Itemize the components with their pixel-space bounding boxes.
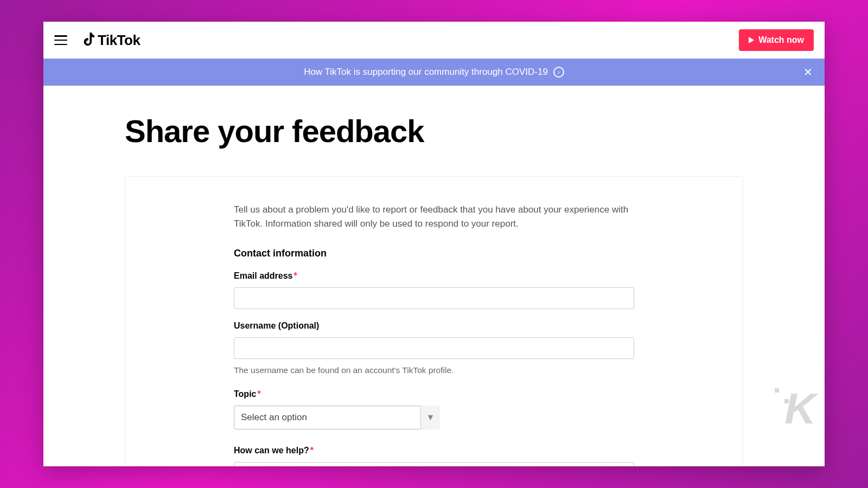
feedback-form-card: Tell us about a problem you'd like to re…: [125, 176, 743, 466]
banner-close-icon[interactable]: ✕: [803, 66, 813, 79]
topic-label: Topic*: [234, 389, 634, 399]
topic-select[interactable]: Select an option: [234, 406, 440, 429]
tiktok-logo[interactable]: TikTok: [82, 32, 140, 49]
watch-now-label: Watch now: [758, 35, 804, 45]
logo-text: TikTok: [98, 32, 140, 49]
tiktok-note-icon: [82, 33, 95, 48]
username-label: Username (Optional): [234, 321, 634, 331]
app-window: TikTok Watch now How TikTok is supportin…: [43, 22, 825, 466]
topbar: TikTok Watch now: [43, 22, 825, 59]
intro-text: Tell us about a problem you'd like to re…: [234, 203, 634, 232]
circle-arrow-icon: ›: [553, 67, 564, 78]
play-icon: [749, 37, 754, 43]
help-label: How can we help?*: [234, 446, 634, 455]
main-content: Share your feedback Tell us about a prob…: [43, 86, 825, 466]
banner-text: How TikTok is supporting our community t…: [304, 67, 548, 78]
username-hint: The username can be found on an account'…: [234, 365, 634, 375]
topic-select-wrap: Select an option ▼: [234, 406, 440, 429]
topbar-left: TikTok: [54, 32, 140, 49]
hamburger-menu-icon[interactable]: [54, 35, 67, 45]
covid-banner: How TikTok is supporting our community t…: [43, 59, 825, 86]
help-input[interactable]: [234, 462, 634, 466]
watch-now-button[interactable]: Watch now: [739, 29, 814, 51]
covid-banner-link[interactable]: How TikTok is supporting our community t…: [304, 67, 564, 78]
email-input[interactable]: [234, 287, 634, 309]
username-input[interactable]: [234, 337, 634, 359]
page-title: Share your feedback: [125, 113, 743, 149]
email-label: Email address*: [234, 271, 634, 281]
contact-section-heading: Contact information: [234, 248, 634, 259]
